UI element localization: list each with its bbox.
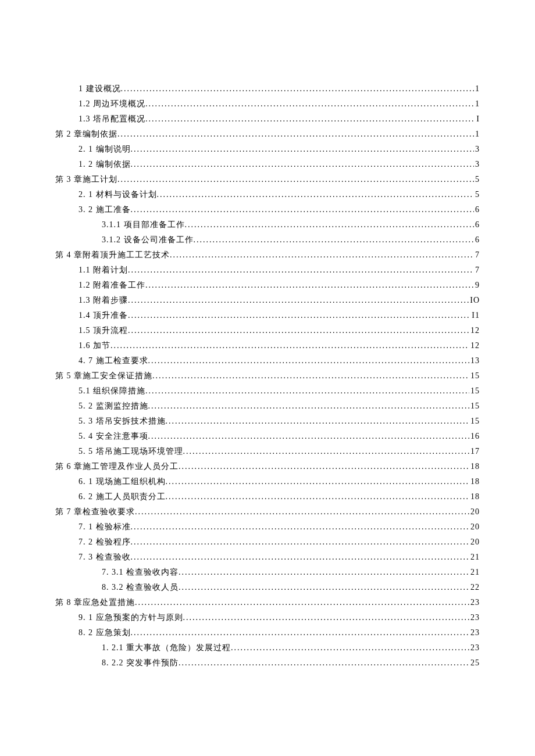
- toc-leader-dots: [148, 399, 470, 414]
- toc-leader-dots: [179, 459, 469, 474]
- toc-entry[interactable]: 1.3 附着步骤IO: [55, 293, 480, 308]
- toc-entry[interactable]: 2. 1 编制说明 3: [55, 142, 480, 157]
- toc-entry-page: 9: [474, 278, 480, 293]
- toc-entry-page: IO: [469, 293, 480, 308]
- toc-entry[interactable]: 第 6 章施工管理及作业人员分工 18: [55, 459, 480, 474]
- toc-entry-page: 12: [469, 338, 480, 353]
- toc-entry-label: 6. 2 施工人员职责分工: [79, 489, 166, 504]
- toc-entry[interactable]: 第 8 章应急处置措施 23: [55, 595, 480, 610]
- toc-entry-page: 23: [469, 625, 480, 640]
- toc-entry-label: 1.3 塔吊配置概况: [79, 112, 145, 127]
- toc-entry-page: 22: [469, 580, 480, 595]
- toc-entry-page: I1: [470, 308, 480, 323]
- toc-leader-dots: [131, 519, 470, 535]
- toc-entry-label: 8. 2.2 突发事件预防: [102, 655, 179, 671]
- toc-entry[interactable]: 1. 2 编制依据 3: [55, 157, 480, 172]
- toc-entry-label: 7. 2 检验程序: [79, 535, 131, 550]
- toc-entry-page: 18: [469, 459, 480, 474]
- toc-leader-dots: [152, 368, 469, 384]
- toc-entry[interactable]: 6. 1 现场施工组织机构 18: [55, 474, 480, 489]
- toc-entry[interactable]: 7. 1 检验标准 20: [55, 519, 480, 535]
- toc-entry-label: 9. 1 应急预案的方针与原则: [79, 610, 183, 625]
- toc-entry-label: 1.3 附着步骤: [79, 293, 128, 308]
- toc-entry[interactable]: 6. 2 施工人员职责分工 18: [55, 489, 480, 504]
- toc-entry[interactable]: 1.2 周边环境概况1: [55, 96, 480, 112]
- toc-entry[interactable]: 7. 2 检验程序 20: [55, 535, 480, 550]
- toc-entry-label: 7. 3.1 检查验收内容: [102, 565, 179, 580]
- toc-entry-page: 12: [469, 323, 480, 338]
- toc-entry-label: 2. 1 编制说明: [79, 142, 131, 157]
- toc-entry-page: 23: [469, 595, 480, 610]
- toc-entry-label: 1.6 加节: [79, 338, 110, 353]
- toc-entry[interactable]: 第 5 章施工安全保证措施 15: [55, 368, 480, 384]
- toc-leader-dots: [145, 96, 474, 112]
- toc-entry[interactable]: 2. 1 材料与设备计划 5: [55, 187, 480, 202]
- toc-entry-page: 13: [469, 353, 480, 368]
- toc-entry-page: 20: [469, 504, 480, 519]
- toc-entry-label: 第 6 章施工管理及作业人员分工: [55, 459, 179, 474]
- toc-entry[interactable]: 7. 3 检查验收 21: [55, 550, 480, 565]
- toc-entry-page: 7: [474, 263, 480, 278]
- toc-leader-dots: [157, 187, 475, 202]
- toc-entry-label: 第 5 章施工安全保证措施: [55, 368, 152, 384]
- toc-entry[interactable]: 第 3 章施工计划 5: [55, 172, 480, 187]
- toc-leader-dots: [185, 217, 475, 232]
- toc-entry-label: 1.2 周边环境概况: [79, 96, 145, 112]
- toc-leader-dots: [170, 248, 474, 263]
- toc-entry[interactable]: 5.1 组织保障措施15: [55, 384, 480, 399]
- toc-entry-page: 1: [474, 127, 480, 142]
- toc-entry[interactable]: 1.4 顶升准备I1: [55, 308, 480, 323]
- toc-entry[interactable]: 1.5 顶升流程12: [55, 323, 480, 338]
- toc-entry[interactable]: 5. 3 塔吊安拆技术措施 15: [55, 414, 480, 429]
- toc-entry[interactable]: 1 建设概况1: [55, 81, 480, 96]
- toc-entry[interactable]: 3. 2 施工准备 6: [55, 202, 480, 217]
- toc-entry[interactable]: 1. 2.1 重大事故（危险）发展过程 23: [55, 640, 480, 655]
- toc-entry-label: 8. 3.2 检查验收人员: [102, 580, 179, 595]
- toc-entry-label: 7. 1 检验标准: [79, 519, 131, 535]
- toc-entry[interactable]: 第 4 章附着顶升施工工艺技术 7: [55, 248, 480, 263]
- toc-entry[interactable]: 4. 7 施工检查要求 13: [55, 353, 480, 368]
- toc-entry[interactable]: 1.3 塔吊配置概况I: [55, 112, 480, 127]
- toc-entry-page: 23: [469, 640, 480, 655]
- toc-entry-label: 2. 1 材料与设备计划: [79, 187, 157, 202]
- toc-entry[interactable]: 1.2 附着准备工作9: [55, 278, 480, 293]
- toc-entry-page: 1: [474, 96, 480, 112]
- toc-entry[interactable]: 7. 3.1 检查验收内容 21: [55, 565, 480, 580]
- toc-entry[interactable]: 9. 1 应急预案的方针与原则 23: [55, 610, 480, 625]
- toc-entry[interactable]: 8. 3.2 检查验收人员 22: [55, 580, 480, 595]
- toc-entry[interactable]: 5. 2 监测监控措施 15: [55, 399, 480, 414]
- document-page: 1 建设概况11.2 周边环境概况11.3 塔吊配置概况I第 2 章编制依据 1…: [0, 0, 535, 756]
- toc-entry-label: 5. 2 监测监控措施: [79, 399, 148, 414]
- toc-entry-label: 5. 4 安全注意事项: [79, 429, 148, 444]
- toc-entry[interactable]: 5. 4 安全注意事项 16: [55, 429, 480, 444]
- toc-entry-page: 3: [474, 142, 480, 157]
- toc-entry-page: 20: [469, 519, 480, 535]
- toc-entry[interactable]: 3.1.2 设备公司准备工作 6: [55, 232, 480, 248]
- toc-entry[interactable]: 3.1.1 项目部准备工作 6: [55, 217, 480, 232]
- toc-entry[interactable]: 8. 2 应急策划 23: [55, 625, 480, 640]
- toc-entry[interactable]: 5. 5 塔吊施工现场环境管理 17: [55, 444, 480, 459]
- toc-leader-dots: [128, 263, 474, 278]
- toc-entry-page: 25: [469, 655, 480, 671]
- toc-entry-label: 第 8 章应急处置措施: [55, 595, 135, 610]
- toc-entry-label: 3.1.2 设备公司准备工作: [102, 232, 194, 248]
- toc-leader-dots: [131, 550, 470, 565]
- toc-leader-dots: [135, 595, 469, 610]
- toc-entry-label: 3.1.1 项目部准备工作: [102, 217, 185, 232]
- toc-entry-label: 5.1 组织保障措施: [79, 384, 145, 399]
- toc-entry-label: 6. 1 现场施工组织机构: [79, 474, 166, 489]
- toc-entry[interactable]: 1.6 加节12: [55, 338, 480, 353]
- toc-entry[interactable]: 第 7 章检查验收要求 20: [55, 504, 480, 519]
- toc-entry-label: 3. 2 施工准备: [79, 202, 131, 217]
- toc-entry[interactable]: 第 2 章编制依据 1: [55, 127, 480, 142]
- toc-entry-label: 第 3 章施工计划: [55, 172, 117, 187]
- toc-entry[interactable]: 1.1 附着计划 7: [55, 263, 480, 278]
- toc-leader-dots: [148, 429, 470, 444]
- toc-leader-dots: [145, 278, 474, 293]
- toc-leader-dots: [121, 81, 475, 96]
- toc-entry[interactable]: 8. 2.2 突发事件预防 25: [55, 655, 480, 671]
- toc-entry-page: 3: [474, 157, 480, 172]
- toc-entry-page: I: [475, 112, 480, 127]
- toc-entry-label: 1.2 附着准备工作: [79, 278, 145, 293]
- toc-leader-dots: [131, 142, 475, 157]
